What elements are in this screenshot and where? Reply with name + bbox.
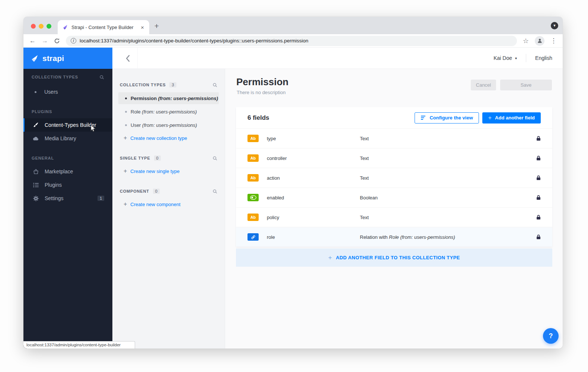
field-name: policy [267,215,279,220]
gear-icon [32,196,39,201]
search-icon[interactable] [212,83,217,87]
browser-actions: ☆ ⋮ [523,36,557,46]
add-field-banner-button[interactable]: + ADD ANOTHER FIELD TO THIS COLLECTION T… [236,248,552,267]
sidebar-item-label: Marketplace [45,169,73,174]
browser-menu-icon[interactable]: ⋮ [550,38,557,44]
item-label: Permission (from: users-permissions) [131,96,218,101]
topbar-right: Kai Doe ▾ English [493,48,552,68]
bookmark-star-icon[interactable]: ☆ [523,38,529,44]
plus-icon: + [124,135,127,141]
sidebar-item-plugins[interactable]: Plugins [23,178,112,192]
item-label: Role (from: users-permissions) [131,109,197,115]
sidebar-item-label: Users [44,89,58,95]
field-name: role [267,234,275,240]
sidebar-item-settings[interactable]: Settings 1 [23,192,112,205]
section-title: COMPONENT [120,189,149,193]
field-name: controller [267,155,287,161]
section-title: COLLECTION TYPES [120,83,166,87]
link-label: Create new collection type [130,135,187,141]
user-menu[interactable]: Kai Doe [493,55,512,61]
settings-notification-badge: 1 [98,196,104,201]
cancel-button[interactable]: Cancel [471,80,496,90]
site-info-icon[interactable]: i [71,38,76,44]
download-button[interactable]: ▾ [551,22,558,29]
section-title: SINGLE TYPE [120,156,150,160]
link-label: Create new single type [130,169,179,174]
mouse-cursor [90,125,96,132]
sidebar-item-media-library[interactable]: Media Library [23,132,112,145]
main-sidebar: strapi COLLECTION TYPES Users PLUGINS [23,48,112,349]
field-name: action [267,175,280,181]
field-type: Text [360,155,369,161]
divider [526,54,526,62]
app-topbar: Kai Doe ▾ English [112,48,563,69]
field-row-policy[interactable]: Ab policy Text [236,207,552,227]
sidebar-item-content-types-builder[interactable]: Content-Types Builder [23,118,112,132]
section-title: GENERAL [32,156,54,160]
help-button[interactable]: ? [543,328,559,344]
tab-close-icon[interactable]: × [140,24,145,31]
forward-icon[interactable]: → [42,38,48,44]
subnav-section-component: COMPONENT 0 [112,188,225,194]
lock-icon [536,155,541,161]
search-icon[interactable] [212,189,217,194]
browser-profile-avatar[interactable] [535,36,544,46]
chevron-down-icon[interactable]: ▾ [515,56,517,60]
sidebar-section-collection-types: COLLECTION TYPES [23,74,112,80]
field-type: Text [360,136,369,141]
content-type-subnav: COLLECTION TYPES 3 Permission (from: use… [112,69,225,349]
field-row-role[interactable]: role Relation with Role (from: users-per… [236,227,552,247]
count-badge: 0 [153,189,160,194]
subnav-item-permission[interactable]: Permission (from: users-permissions) [118,92,219,104]
topbar-divider [137,48,138,68]
add-another-field-button[interactable]: + Add another field [482,112,541,124]
create-component-link[interactable]: + Create new component [118,198,219,210]
save-button[interactable]: Save [500,80,552,90]
text-field-icon: Ab [247,174,259,182]
subnav-item-role[interactable]: Role (from: users-permissions) [118,106,219,118]
field-row-type[interactable]: Ab type Text [236,128,552,148]
create-collection-type-link[interactable]: + Create new collection type [118,132,219,144]
zoom-window-button[interactable] [47,24,51,29]
subnav-item-user[interactable]: User (from: users-permissions) [118,119,219,131]
minimize-window-button[interactable] [39,24,44,29]
paintbrush-icon [32,122,39,128]
page-subtitle: There is no description [237,90,286,95]
new-tab-button[interactable]: + [152,22,161,31]
section-title: PLUGINS [32,109,52,114]
plus-icon: + [124,201,127,208]
bullet-icon [125,124,127,126]
cloud-upload-icon [32,136,39,141]
address-bar[interactable]: i localhost:1337/admin/plugins/content-t… [66,36,517,46]
back-icon[interactable]: ← [29,38,36,44]
configure-view-button[interactable]: Configure the view [415,112,479,124]
fields-count: 6 fields [247,114,269,122]
browser-tab-strip: Strapi - Content Type Builder × + ▾ [23,17,563,34]
browser-tab[interactable]: Strapi - Content Type Builder × [58,20,149,34]
sidebar-item-users[interactable]: Users [23,85,112,99]
sidebar-item-marketplace[interactable]: Marketplace [23,165,112,178]
url-text: localhost:1337/admin/plugins/content-typ… [80,38,309,44]
search-icon[interactable] [212,156,217,161]
back-chevron-icon[interactable] [122,53,133,64]
create-single-type-link[interactable]: + Create new single type [118,165,219,177]
close-window-button[interactable] [31,24,36,29]
bullet-icon [125,111,127,113]
subnav-section-single-type: SINGLE TYPE 0 [112,155,225,161]
sidebar-item-label: Content-Types Builder [45,122,96,128]
field-name: enabled [267,195,284,201]
link-label: Create new component [130,202,180,207]
browser-toolbar: ← → i localhost:1337/admin/plugins/conte… [23,34,563,48]
fields-card: 6 fields Configure the view [236,107,552,247]
field-row-action[interactable]: Ab action Text [236,168,552,187]
list-icon [32,183,39,187]
search-icon[interactable] [99,75,104,80]
strapi-brand-bar[interactable]: strapi [23,48,112,69]
reload-icon[interactable] [54,38,60,44]
field-row-enabled[interactable]: enabled Boolean [236,187,552,207]
banner-label: ADD ANOTHER FIELD TO THIS COLLECTION TYP… [336,255,460,260]
lock-icon [536,234,541,240]
language-selector[interactable]: English [535,55,552,61]
field-row-controller[interactable]: Ab controller Text [236,148,552,168]
link-preview-statusbar: localhost:1337/admin/plugins/content-typ… [23,341,135,349]
